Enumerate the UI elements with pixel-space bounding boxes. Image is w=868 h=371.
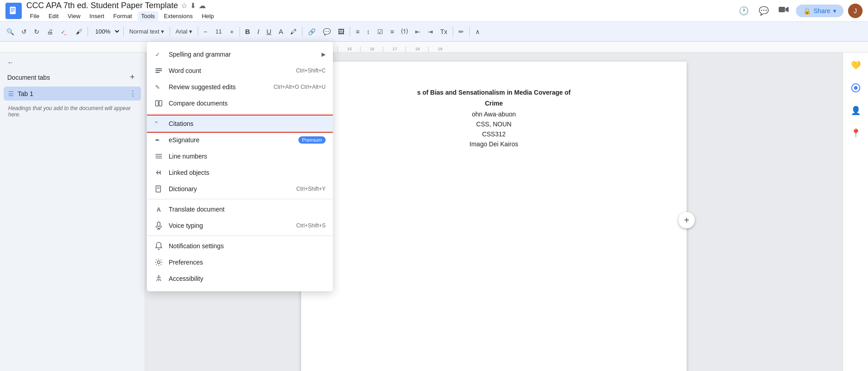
- spelling-grammar-label: Spelling and grammar: [169, 51, 316, 58]
- linked-objects-icon: [154, 168, 163, 177]
- citations-item[interactable]: " Citations: [147, 116, 333, 132]
- history-button[interactable]: 🕐: [736, 3, 751, 19]
- redo-button[interactable]: ↻: [31, 26, 42, 37]
- comments-panel-button[interactable]: [847, 79, 865, 97]
- font-size-input[interactable]: 11: [212, 27, 225, 36]
- word-count-item[interactable]: Word count Ctrl+Shift+C: [147, 63, 333, 79]
- menu-section-1: ✓ Spelling and grammar ▶ Word count Ctrl…: [147, 44, 333, 114]
- menu-file[interactable]: File: [26, 11, 43, 21]
- search-button[interactable]: 🔍: [4, 26, 17, 37]
- linked-objects-label: Linked objects: [169, 169, 326, 176]
- people-button[interactable]: 👤: [847, 101, 865, 120]
- user-avatar[interactable]: J: [848, 4, 863, 18]
- menu-view[interactable]: View: [64, 11, 84, 21]
- indent-more-button[interactable]: ⇥: [425, 26, 436, 37]
- tab-more-button[interactable]: ⋮: [129, 89, 137, 98]
- dictionary-shortcut: Ctrl+Shift+Y: [296, 186, 326, 192]
- font-dropdown[interactable]: Arial ▾: [173, 26, 195, 37]
- word-count-label: Word count: [169, 67, 291, 74]
- menu-extensions[interactable]: Extensions: [160, 11, 196, 21]
- italic-button[interactable]: I: [254, 26, 262, 37]
- notification-settings-item[interactable]: Notification settings: [147, 238, 333, 254]
- compare-icon: [154, 99, 163, 108]
- cloud-icon[interactable]: ☁: [199, 1, 206, 10]
- esignature-item[interactable]: ✒ eSignature Premium: [147, 132, 333, 148]
- bold-button[interactable]: B: [243, 26, 253, 37]
- line-spacing-button[interactable]: ↕: [364, 26, 373, 37]
- meet-button[interactable]: [776, 3, 791, 18]
- spellcheck-button[interactable]: ✓ _: [58, 26, 71, 38]
- underline-button[interactable]: U: [264, 26, 274, 37]
- bullet-list-button[interactable]: ≡: [388, 26, 397, 37]
- svg-rect-12: [156, 72, 160, 73]
- preferences-icon: [154, 258, 163, 267]
- text-color-button[interactable]: A: [276, 26, 286, 37]
- clear-formatting-button[interactable]: Tx: [438, 26, 450, 37]
- premium-badge: Premium: [298, 136, 326, 144]
- menu-help[interactable]: Help: [198, 11, 218, 21]
- star-icon[interactable]: ☆: [181, 1, 187, 10]
- font-size-plus[interactable]: +: [227, 26, 236, 37]
- spelling-grammar-item[interactable]: ✓ Spelling and grammar ▶: [147, 46, 333, 63]
- link-button[interactable]: 🔗: [305, 26, 318, 37]
- menu-insert[interactable]: Insert: [86, 11, 108, 21]
- doc-add-button[interactable]: +: [678, 212, 695, 228]
- review-edits-shortcut: Ctrl+Alt+O Ctrl+Alt+U: [273, 84, 326, 90]
- font-size-minus[interactable]: −: [201, 26, 210, 37]
- share-button[interactable]: 🔒 Share ▾: [796, 5, 844, 17]
- voice-typing-shortcut: Ctrl+Shift+S: [296, 222, 326, 229]
- sidebar-back-button[interactable]: ←: [4, 56, 141, 69]
- review-edits-item[interactable]: ✎ Review suggested edits Ctrl+Alt+O Ctrl…: [147, 79, 333, 95]
- menu-edit[interactable]: Edit: [45, 11, 62, 21]
- line-numbers-icon: [154, 152, 163, 161]
- toolbar-divider-9: [469, 27, 470, 37]
- voice-typing-icon: [154, 221, 163, 230]
- dictionary-item[interactable]: Dictionary Ctrl+Shift+Y: [147, 181, 333, 197]
- more-tools-button[interactable]: ∧: [473, 26, 483, 37]
- indent-less-button[interactable]: ⇤: [412, 26, 423, 37]
- compare-documents-item[interactable]: Compare documents: [147, 95, 333, 111]
- comment-button[interactable]: 💬: [320, 26, 333, 37]
- ruler-tick: 15: [337, 47, 360, 52]
- doc-line-6: Imago Dei Kairos: [337, 140, 650, 148]
- sidebar-tab-item[interactable]: ☰ Tab 1 ⋮: [4, 87, 141, 101]
- print-button[interactable]: 🖨: [44, 26, 56, 37]
- chat-button[interactable]: 💬: [756, 3, 771, 19]
- svg-text:_: _: [63, 30, 67, 35]
- highlight-button[interactable]: 🖍: [288, 26, 299, 37]
- doc-line-2: Crime: [337, 100, 650, 107]
- undo-button[interactable]: ↺: [19, 26, 29, 37]
- tools-dropdown-menu: ✓ Spelling and grammar ▶ Word count Ctrl…: [147, 42, 333, 291]
- translate-item[interactable]: A Translate document: [147, 201, 333, 217]
- doc-page[interactable]: s of Bias and Sensationalism in Media Co…: [301, 62, 687, 371]
- normal-text-dropdown[interactable]: Normal text ▾: [127, 26, 167, 37]
- doc-line-1: s of Bias and Sensationalism in Media Co…: [337, 89, 650, 96]
- zoom-selector[interactable]: 100% 75% 90% 125% 150%: [91, 26, 121, 37]
- linked-objects-item[interactable]: Linked objects: [147, 164, 333, 181]
- paintformat-button[interactable]: 🖌: [73, 26, 85, 37]
- preferences-item[interactable]: Preferences: [147, 254, 333, 270]
- keep-button[interactable]: 💛: [847, 56, 865, 74]
- download-icon[interactable]: ⬇: [190, 1, 196, 10]
- sidebar-add-button[interactable]: +: [127, 72, 137, 83]
- toolbar: 🔍 ↺ ↻ 🖨 ✓ _ 🖌 100% 75% 90% 125% 150% Nor…: [0, 22, 868, 42]
- numbered-list-button[interactable]: ⑴: [399, 26, 410, 38]
- tools-dropdown: ✓ Spelling and grammar ▶ Word count Ctrl…: [147, 42, 333, 291]
- voice-typing-item[interactable]: Voice typing Ctrl+Shift+S: [147, 217, 333, 234]
- svg-point-27: [157, 261, 160, 264]
- checklist-button[interactable]: ☑: [375, 26, 386, 37]
- notification-icon: [154, 241, 163, 251]
- tab-doc-icon: ☰: [8, 90, 14, 97]
- app-icon: [5, 3, 22, 19]
- share-label: Share: [814, 7, 830, 14]
- menu-format[interactable]: Format: [110, 11, 136, 21]
- pen-tool-button[interactable]: ✏: [456, 26, 467, 37]
- align-button[interactable]: ≡: [353, 26, 362, 37]
- svg-text:✎: ✎: [155, 84, 160, 91]
- line-numbers-item[interactable]: Line numbers: [147, 148, 333, 164]
- accessibility-item[interactable]: Accessibility: [147, 270, 333, 287]
- menu-tools[interactable]: Tools: [137, 11, 158, 21]
- doc-title: CCC APA 7th ed. Student Paper Template: [26, 1, 178, 10]
- maps-button[interactable]: 📍: [847, 124, 865, 142]
- image-button[interactable]: 🖼: [335, 26, 347, 37]
